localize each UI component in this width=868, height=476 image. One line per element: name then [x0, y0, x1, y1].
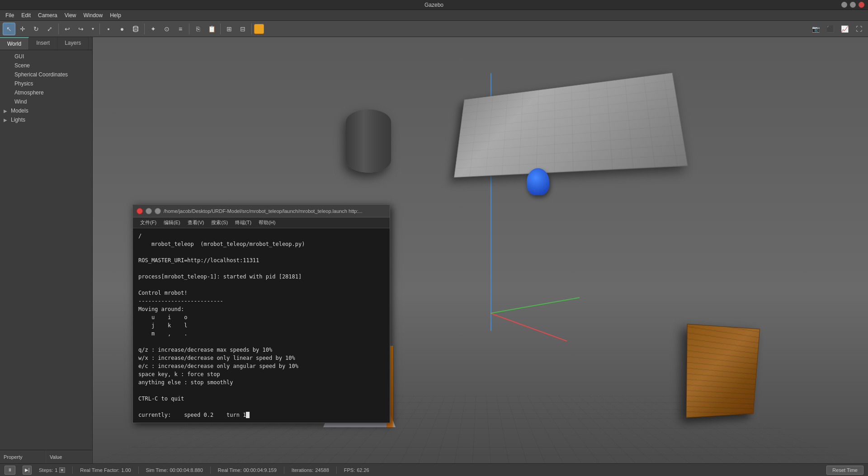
terminal-line-4	[138, 264, 384, 273]
tree-item-wind[interactable]: Wind	[0, 97, 92, 106]
status-sep-5	[336, 467, 337, 474]
screenshot-btn[interactable]: 📷	[809, 23, 822, 35]
status-sep-3	[210, 467, 211, 474]
tree-label-spherical: Spherical Coordinates	[14, 71, 68, 78]
spot-light-btn[interactable]: ⊙	[160, 23, 173, 35]
rotate-tool-btn[interactable]: ↻	[30, 23, 42, 35]
menu-window[interactable]: Window	[80, 11, 107, 19]
terminal-min-btn[interactable]	[146, 208, 152, 214]
menu-file[interactable]: File	[2, 11, 18, 19]
property-panel: Property Value	[0, 450, 92, 463]
menu-camera[interactable]: Camera	[34, 11, 61, 19]
terminal-line-0: /	[138, 232, 384, 240]
steps-dropdown[interactable]: ▾	[59, 467, 65, 473]
steps-label: Steps:	[39, 467, 53, 473]
snap-btn[interactable]: ⊟	[236, 23, 249, 35]
translate-tool-btn[interactable]: ✛	[16, 23, 29, 35]
svg-point-0	[133, 26, 138, 28]
copy-btn[interactable]: ⎘	[192, 23, 204, 35]
tree-item-lights[interactable]: ▶ Lights	[0, 115, 92, 124]
toolbar-separator-4	[189, 24, 189, 34]
maximize-btn[interactable]	[850, 2, 856, 8]
point-light-btn[interactable]: ✦	[147, 23, 160, 35]
terminal-line-22: currently: speed 0.2 turn 1	[138, 411, 384, 419]
record-btn[interactable]: ⬛	[824, 23, 836, 35]
tree-item-spherical[interactable]: Spherical Coordinates	[0, 70, 92, 79]
menu-help[interactable]: Help	[106, 11, 125, 19]
terminal-menu-help[interactable]: 帮助(H)	[255, 218, 279, 227]
undo-dropdown[interactable]: ▾	[88, 23, 97, 35]
terminal-line-12: m , .	[138, 330, 384, 338]
real-time-label: Real Time:	[218, 467, 242, 473]
terminal-line-21	[138, 403, 384, 411]
toolbar-separator-3	[144, 24, 145, 34]
terminal-max-btn[interactable]	[155, 208, 161, 214]
pause-icon: ⏸	[8, 467, 12, 472]
terminal-line-1: mrobot_teleop (mrobot_teleop/mrobot_tele…	[138, 240, 384, 248]
marker-btn[interactable]	[254, 24, 264, 34]
statusbar: ⏸ ▶| Steps: 1 ▾ Real Time Factor: 1.00 S…	[0, 463, 868, 476]
tree-item-atmosphere[interactable]: Atmosphere	[0, 88, 92, 97]
terminal-menu-edit[interactable]: 编辑(E)	[160, 218, 184, 227]
minimize-btn[interactable]	[841, 2, 847, 8]
menu-edit[interactable]: Edit	[18, 11, 34, 19]
value-label: Value	[50, 454, 62, 460]
viewport[interactable]: /home/jacob/Desktop/URDF-Model/src/mrobo…	[93, 37, 868, 463]
toolbar: ↖ ✛ ↻ ⤢ ↩ ↪ ▾ ▪ ● ✦ ⊙ ≡ ⎘ 📋 ⊞ ⊟ 📷 ⬛ 📈 ⛶	[0, 21, 868, 37]
box-btn[interactable]: ▪	[102, 23, 115, 35]
rtf-item: Real Time Factor: 1.00	[80, 467, 131, 473]
tab-world[interactable]: World	[0, 37, 29, 50]
fps-value: 62.26	[357, 467, 369, 473]
tree-item-physics[interactable]: Physics	[0, 79, 92, 88]
terminal-line-16: e/c : increase/decrease only angular spe…	[138, 362, 384, 370]
steps-item: Steps: 1 ▾	[39, 467, 65, 473]
tree-label-gui: GUI	[14, 53, 24, 60]
select-tool-btn[interactable]: ↖	[3, 23, 15, 35]
iterations-item: Iterations: 24588	[292, 467, 329, 473]
terminal-line-13	[138, 338, 384, 346]
terminal-content[interactable]: / mrobot_teleop (mrobot_teleop/mrobot_te…	[133, 228, 390, 423]
plot-btn[interactable]: 📈	[838, 23, 851, 35]
scale-tool-btn[interactable]: ⤢	[43, 23, 56, 35]
value-header: Value	[46, 450, 92, 463]
terminal-line-19	[138, 386, 384, 395]
tree-label-scene: Scene	[14, 62, 30, 69]
step-button[interactable]: ▶|	[23, 466, 32, 475]
real-time-item: Real Time: 00:00:04:9.159	[218, 467, 277, 473]
tree-arrow-lights: ▶	[4, 118, 9, 123]
tree-label-atmosphere: Atmosphere	[14, 90, 44, 96]
terminal-menu-view[interactable]: 查看(V)	[184, 218, 208, 227]
terminal-menu-file[interactable]: 文件(F)	[137, 218, 160, 227]
menu-view[interactable]: View	[61, 11, 80, 19]
sim-time-value: 00:00:04:8.880	[170, 467, 203, 473]
paste-btn[interactable]: 📋	[205, 23, 218, 35]
terminal-menu-search[interactable]: 搜索(S)	[208, 218, 231, 227]
tree-item-models[interactable]: ▶ Models	[0, 106, 92, 115]
directional-light-btn[interactable]: ≡	[174, 23, 187, 35]
tree-item-gui[interactable]: GUI	[0, 52, 92, 61]
fps-item: FPS: 62.26	[344, 467, 369, 473]
reset-time-button[interactable]: Reset Time	[826, 466, 863, 475]
terminal-close-btn[interactable]	[137, 208, 143, 214]
property-label: Property	[4, 454, 23, 460]
iterations-value: 24588	[315, 467, 329, 473]
redo-btn[interactable]: ↪	[75, 23, 87, 35]
tab-layers[interactable]: Layers	[57, 37, 89, 50]
window-controls[interactable]	[841, 2, 864, 8]
toolbar-separator-2	[99, 24, 100, 34]
undo-btn[interactable]: ↩	[61, 23, 74, 35]
sphere-btn[interactable]: ●	[116, 23, 128, 35]
pause-button[interactable]: ⏸	[5, 466, 15, 475]
terminal-menubar: 文件(F) 编辑(E) 查看(V) 搜索(S) 终端(T) 帮助(H)	[133, 217, 390, 228]
cylinder-object	[346, 109, 391, 173]
tree-item-scene[interactable]: Scene	[0, 61, 92, 70]
align-btn[interactable]: ⊞	[223, 23, 236, 35]
cylinder-btn[interactable]	[129, 23, 142, 35]
status-sep-2	[138, 467, 139, 474]
close-btn[interactable]	[859, 2, 864, 8]
rtf-label: Real Time Factor:	[80, 467, 119, 473]
tab-insert[interactable]: Insert	[29, 37, 57, 50]
fps-label: FPS:	[344, 467, 355, 473]
terminal-menu-terminal[interactable]: 终端(T)	[231, 218, 255, 227]
fullscreen-btn[interactable]: ⛶	[853, 23, 865, 35]
